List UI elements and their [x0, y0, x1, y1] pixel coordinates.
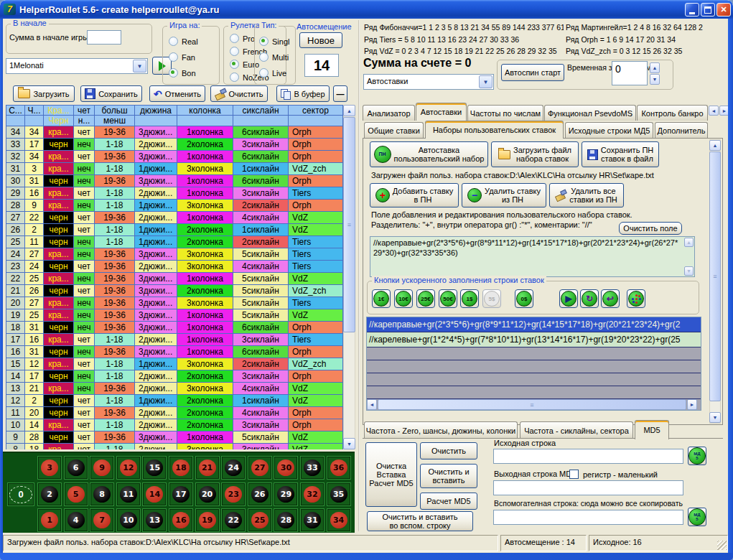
roulette-number-17[interactable]: 17: [169, 482, 193, 506]
start-sum-input[interactable]: [87, 30, 121, 45]
md5-calc-source-button[interactable]: МД 5: [688, 447, 706, 465]
tab-scroll-left-icon[interactable]: ◄: [709, 106, 719, 116]
remove-all-stakes-button[interactable]: Удалить все ставки из ПН: [549, 183, 624, 207]
roulette-number-5[interactable]: 5: [64, 482, 88, 506]
roulette-number-3[interactable]: 3: [37, 456, 62, 480]
minimize-button[interactable]: [685, 3, 699, 17]
copy-to-buffer-button[interactable]: В буфер: [276, 85, 330, 102]
save-set-file-button[interactable]: Сохранить ПН ставок в файл: [582, 141, 659, 167]
radio-live[interactable]: Live: [259, 68, 286, 78]
chevron-down-icon[interactable]: ▼: [133, 60, 146, 73]
clear-button[interactable]: Очистить: [210, 85, 268, 102]
maximize-button[interactable]: [701, 3, 715, 17]
roulette-number-31[interactable]: 31: [300, 508, 325, 532]
panel-scroll-up-icon[interactable]: ▲: [709, 140, 721, 151]
play-button[interactable]: ▶: [559, 289, 578, 308]
roulette-number-15[interactable]: 15: [142, 456, 167, 480]
tab-md5[interactable]: MD5: [635, 420, 669, 439]
list-scrollbar-thumb[interactable]: [378, 399, 686, 410]
tab-dopolnitelno[interactable]: Дополнитель: [655, 122, 708, 138]
tab-nabory-polzovatelskih-stavok[interactable]: Наборы пользовательских ставок: [425, 121, 564, 139]
collapse-button[interactable]: —: [333, 85, 347, 102]
chip-1usd-button[interactable]: 1$: [460, 289, 479, 308]
back-button[interactable]: ↩: [601, 289, 620, 308]
autostake-user-set-button[interactable]: ПН Автоставка пользовательский набор: [370, 141, 488, 167]
roulette-number-20[interactable]: 20: [195, 482, 220, 506]
undo-button[interactable]: ↶Отменить: [149, 85, 205, 102]
close-button[interactable]: ✕: [716, 3, 731, 17]
roulette-number-14[interactable]: 14: [142, 482, 167, 506]
resize-grip[interactable]: [717, 541, 727, 550]
tab-chastota-siklajny[interactable]: Частота - сиклайны, сектора: [520, 421, 633, 439]
roulette-number-13[interactable]: 13: [142, 508, 167, 532]
memo-scroll-up-icon[interactable]: ▲: [684, 238, 694, 247]
roulette-number-19[interactable]: 19: [195, 508, 220, 532]
md5-calc-aux-button[interactable]: МД 5: [688, 508, 706, 526]
md5-clear-button[interactable]: Очистить: [420, 442, 477, 459]
tab-analizator[interactable]: Анализатор: [363, 105, 415, 121]
stake-set-empty-row[interactable]: [367, 386, 701, 399]
roulette-number-6[interactable]: 6: [64, 456, 88, 480]
scroll-down-icon[interactable]: ▼: [343, 438, 355, 449]
list-scroll-left-icon[interactable]: ◄: [367, 399, 377, 410]
roulette-number-12[interactable]: 12: [116, 456, 141, 480]
remove-stake-button[interactable]: − Удалить ставку из ПН: [462, 183, 546, 207]
radio-real[interactable]: Real: [169, 37, 198, 46]
stake-edit-field[interactable]: //кареправые+gr(2*3*5*6)+gr(8*9*11*12)+g…: [370, 236, 695, 277]
roulette-number-11[interactable]: 11: [116, 482, 141, 506]
roulette-number-26[interactable]: 26: [248, 482, 272, 506]
tab-ishodnye-stroki-md5[interactable]: Исходные строки МД5: [565, 122, 653, 138]
radio-singl[interactable]: Singl: [259, 37, 289, 46]
md5-actions-button[interactable]: Очистка Вставка Расчет MD5: [365, 442, 417, 507]
chip-25eur-button[interactable]: 25€: [416, 289, 435, 308]
radio-bon[interactable]: Bon: [169, 68, 196, 78]
save-button[interactable]: Сохранить: [80, 85, 142, 102]
roulette-number-10[interactable]: 10: [116, 508, 141, 532]
stake-set-row[interactable]: //кареправые+gr(2*3*5*6)+gr(8*9*11*12)+g…: [367, 317, 701, 332]
roulette-number-7[interactable]: 7: [90, 508, 114, 532]
radio-fan[interactable]: Fan: [169, 52, 195, 62]
load-button[interactable]: Загрузить: [13, 85, 75, 102]
roulette-number-23[interactable]: 23: [221, 482, 246, 506]
md5-clear-aux-button[interactable]: Очистить и вставить во вспом. строку: [367, 511, 473, 531]
tab-funkcional-psevdoms[interactable]: Функционал PsevdoMS: [544, 105, 636, 121]
delay-input[interactable]: 0: [612, 61, 648, 85]
radio-multi[interactable]: Multi: [259, 52, 289, 62]
roulette-number-16[interactable]: 16: [169, 508, 193, 532]
panel-scroll-down-icon[interactable]: ▼: [709, 412, 721, 423]
roulette-number-27[interactable]: 27: [248, 456, 272, 480]
chip-10eur-button[interactable]: 10€: [394, 289, 413, 308]
roulette-number-34[interactable]: 34: [327, 508, 351, 532]
stake-set-empty-row[interactable]: [367, 360, 701, 373]
scroll-up-icon[interactable]: ▲: [343, 105, 355, 116]
spinner-down-icon[interactable]: ▼: [650, 74, 660, 85]
stake-set-row[interactable]: //карелевые+gr(1*2*4*5)+gr(7*8*10*11)+gr…: [367, 332, 701, 347]
roulette-number-22[interactable]: 22: [221, 508, 246, 532]
tab-autostavki[interactable]: Автоставки: [416, 103, 467, 121]
roulette-number-33[interactable]: 33: [300, 456, 325, 480]
mode-combobox[interactable]: Автоставки ▼: [363, 74, 494, 90]
stake-set-empty-row[interactable]: [367, 373, 701, 386]
chip-50eur-button[interactable]: 50€: [439, 289, 457, 308]
roulette-number-18[interactable]: 18: [169, 456, 193, 480]
roulette-number-4[interactable]: 4: [64, 508, 88, 532]
chip-0usd-button[interactable]: 0$: [515, 289, 533, 308]
roulette-number-30[interactable]: 30: [274, 456, 298, 480]
roulette-number-0[interactable]: 0: [7, 482, 34, 506]
title-bar[interactable]: 7 HelperRoullet 5.6- create helperroulle…: [0, 0, 733, 19]
stake-set-empty-row[interactable]: [367, 347, 701, 360]
recycle-button[interactable]: ↻: [580, 289, 599, 308]
table-scrollbar-thumb[interactable]: [343, 117, 355, 332]
md5-clear-paste-button[interactable]: Очистить и вставить: [420, 464, 477, 488]
autoshift-new-button[interactable]: Новое: [299, 32, 342, 48]
md5-source-input[interactable]: [493, 449, 683, 464]
load-set-file-button[interactable]: Загрузить файл набора ставок: [491, 141, 579, 167]
roulette-number-24[interactable]: 24: [221, 456, 246, 480]
roulette-number-9[interactable]: 9: [90, 456, 114, 480]
roulette-number-36[interactable]: 36: [327, 456, 351, 480]
add-stake-button[interactable]: + Добавить ставку в ПН: [370, 183, 459, 207]
roulette-number-2[interactable]: 2: [37, 482, 62, 506]
md5-output-input[interactable]: [493, 480, 683, 495]
tab-obshchie-stavki[interactable]: Общие ставки: [364, 122, 424, 138]
roulette-number-35[interactable]: 35: [327, 482, 351, 506]
